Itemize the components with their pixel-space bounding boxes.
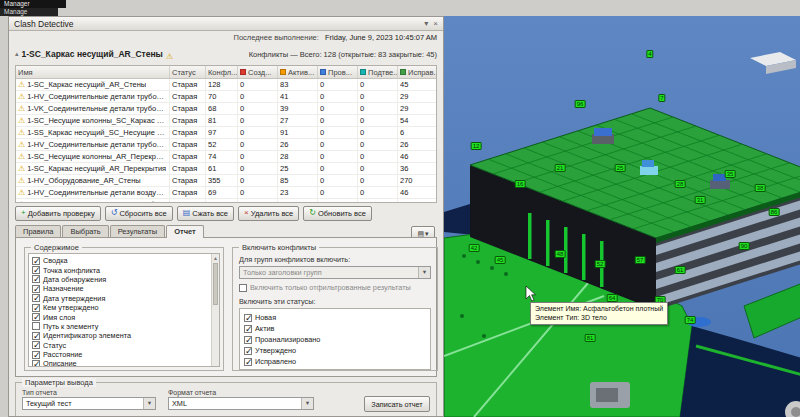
checkbox[interactable] [32, 360, 40, 367]
report-type-select[interactable]: Текущий тест ▼ [22, 397, 156, 410]
checkbox[interactable] [239, 284, 247, 292]
checkbox[interactable] [32, 351, 40, 359]
table-row[interactable]: 1-SC_Несущие колонны_AR_Перекрытия Стара… [16, 151, 436, 163]
panel-titlebar[interactable]: Clash Detective ▾ × [9, 17, 443, 31]
clash-marker[interactable]: 42 [469, 244, 480, 252]
toolbar-button[interactable]: ▤ Сжать все [177, 206, 234, 221]
table-row[interactable]: 1-HV_Оборудование_AR_Стены Старая 355 0 … [16, 175, 436, 187]
column-header[interactable]: Исправ... [398, 66, 437, 78]
clash-marker[interactable]: 48 [555, 250, 566, 258]
content-option-row[interactable]: Кем утверждено [32, 303, 218, 312]
clash-marker[interactable]: 86 [769, 208, 780, 216]
scroll-up-icon[interactable]: ▲ [212, 254, 219, 262]
clash-marker[interactable]: 25 [615, 164, 626, 172]
status-option-row[interactable]: Новая [244, 312, 426, 323]
content-option-row[interactable]: Точка конфликта [32, 265, 218, 274]
toolbar-button[interactable]: ↺ Сбросить все [105, 206, 173, 221]
clash-marker[interactable]: 31 [695, 196, 706, 204]
table-row[interactable]: 1-SS_Каркас несущий_SC_Несущие колонны С… [16, 127, 436, 139]
column-header[interactable]: Пров... [318, 66, 358, 78]
clash-marker[interactable]: 64 [607, 294, 618, 302]
panel-options-icon[interactable]: ▾ [424, 19, 428, 28]
checkbox[interactable] [244, 325, 252, 333]
report-format-select[interactable]: XML ▼ [168, 397, 314, 410]
table-row[interactable]: 1-HV_Соединительные детали трубопроводов… [16, 139, 436, 151]
clash-marker[interactable]: 4 [646, 50, 653, 58]
clash-marker[interactable]: 35 [725, 170, 736, 178]
checkbox[interactable] [32, 332, 40, 340]
clash-marker[interactable]: 96 [575, 100, 586, 108]
table-row[interactable]: 1-SC_Несущие колонны_SC_Каркас несущий С… [16, 115, 436, 127]
window-tab-manager[interactable]: Manager [0, 0, 66, 8]
cell-status[interactable]: Старая [170, 127, 206, 138]
contents-scrollbar[interactable]: ▲ [211, 254, 219, 366]
column-header[interactable]: Актив... [278, 66, 318, 78]
window-tab-manage[interactable]: Manage [0, 8, 58, 16]
status-option-row[interactable]: Утверждено [244, 345, 426, 356]
toolbar-button[interactable]: × Удалить все [238, 206, 299, 221]
clash-marker[interactable]: 28 [675, 180, 686, 188]
checkbox[interactable] [32, 257, 40, 265]
scrollbar-thumb[interactable] [213, 263, 218, 305]
clash-marker[interactable]: 90 [739, 242, 750, 250]
checkbox[interactable] [244, 358, 252, 366]
table-row[interactable]: 1-SC_Каркас несущий_AR_Перекрытия Старая… [16, 163, 436, 175]
checkbox[interactable] [32, 322, 40, 330]
content-option-row[interactable]: Сводка [32, 256, 218, 265]
cell-status[interactable]: Старая [170, 175, 206, 186]
cell-status[interactable]: Старая [170, 163, 206, 174]
close-icon[interactable]: × [433, 19, 438, 28]
toolbar-button[interactable]: ↻ Обновить все [303, 206, 372, 221]
checkbox[interactable] [244, 347, 252, 355]
checkbox[interactable] [244, 336, 252, 344]
table-row[interactable]: 1-HV_Соединительные детали воздуховодов_… [16, 187, 436, 199]
checkbox[interactable] [32, 313, 40, 321]
status-option-row[interactable]: Актив [244, 323, 426, 334]
groups-include-select[interactable]: Только заголовки групп ▼ [239, 266, 431, 279]
content-option-row[interactable]: Дата обнаружения [32, 275, 218, 284]
content-option-row[interactable]: Назначение [32, 284, 218, 293]
clash-marker[interactable]: 81 [585, 334, 596, 342]
content-option-row[interactable]: Дата утверждения [32, 294, 218, 303]
table-row[interactable]: 1-SC_Каркас несущий_AR_Стены Старая 128 … [16, 79, 436, 91]
content-option-row[interactable]: Описание [32, 359, 218, 367]
cell-status[interactable]: Старая [170, 103, 206, 114]
content-option-row[interactable]: Имя слоя [32, 312, 218, 321]
checkbox[interactable] [32, 294, 40, 302]
checkbox[interactable] [32, 266, 40, 274]
clash-marker[interactable]: 12 [471, 142, 482, 150]
3d-viewport[interactable]: 4 7 96 12 16 21 25 [444, 16, 800, 417]
content-option-row[interactable]: Статус [32, 341, 218, 350]
clash-marker[interactable]: 61 [675, 266, 686, 274]
clash-marker[interactable]: 7 [658, 94, 665, 102]
clash-marker[interactable]: 21 [555, 164, 566, 172]
checkbox[interactable] [32, 341, 40, 349]
column-header[interactable]: Созд... [238, 66, 278, 78]
tab[interactable]: Результаты [110, 225, 166, 237]
content-option-row[interactable]: Путь к элементу [32, 322, 218, 331]
table-row[interactable]: 1-VK_Соединительные детали трубопроводов… [16, 103, 436, 115]
content-option-row[interactable]: Расстояние [32, 350, 218, 359]
checkbox[interactable] [244, 314, 252, 322]
column-header[interactable]: Статус [170, 66, 206, 78]
cell-status[interactable]: Старая [170, 187, 206, 198]
table-row[interactable]: 1-HV_Соединительные детали трубопроводов… [16, 91, 436, 103]
clash-marker[interactable]: 16 [515, 180, 526, 188]
cell-status[interactable]: Старая [170, 91, 206, 102]
clash-marker[interactable]: 52 [595, 260, 606, 268]
column-header[interactable]: Конфл... [206, 66, 238, 78]
content-option-row[interactable]: Идентификатор элемента [32, 331, 218, 340]
tab[interactable]: Выбрать [62, 225, 108, 237]
clash-marker[interactable]: 57 [635, 256, 646, 264]
cell-status[interactable]: Старая [170, 115, 206, 126]
clash-marker[interactable]: 38 [755, 184, 766, 192]
checkbox[interactable] [32, 304, 40, 312]
collapse-chevron-icon[interactable]: ▴ [15, 50, 19, 58]
cell-status[interactable]: Старая [170, 139, 206, 150]
status-option-row[interactable]: Проанализировано [244, 334, 426, 345]
tab[interactable]: Правила [15, 225, 61, 237]
filtered-results-row[interactable]: Включить только отфильтрованные результа… [239, 283, 431, 292]
clash-marker[interactable]: 74 [685, 316, 696, 324]
checkbox[interactable] [32, 285, 40, 293]
clash-marker[interactable]: 45 [495, 256, 506, 264]
